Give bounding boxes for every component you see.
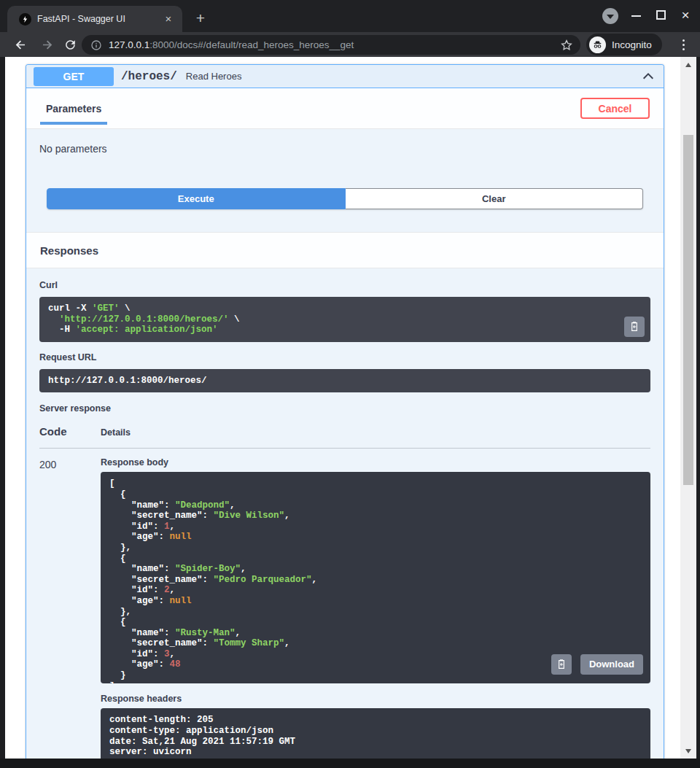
response-table-header: Code Details — [39, 425, 650, 438]
url-text: 127.0.0.1:8000/docs#/default/read_heroes… — [109, 39, 554, 50]
responses-body: Curl curl -X 'GET' \ 'http://127.0.0.1:8… — [26, 268, 664, 759]
scrollbar-thumb[interactable] — [683, 135, 693, 485]
execute-button[interactable]: Execute — [47, 188, 346, 209]
request-url-value: http://127.0.0.1:8000/heroes/ — [48, 376, 207, 386]
chevron-up-icon[interactable] — [640, 69, 656, 85]
fastapi-favicon-icon — [19, 13, 31, 26]
tab-close-icon[interactable]: × — [162, 12, 175, 26]
response-headers-block: content-length: 205 content-type: applic… — [101, 708, 650, 759]
bookmark-star-icon[interactable] — [560, 39, 573, 52]
back-icon[interactable] — [12, 36, 29, 53]
browser-tab[interactable]: FastAPI - Swagger UI × — [7, 6, 182, 32]
window-frame-left — [0, 57, 5, 759]
status-code: 200 — [39, 457, 101, 759]
incognito-icon — [589, 36, 606, 53]
browser-menu-icon[interactable] — [677, 36, 690, 53]
tab-title: FastAPI - Swagger UI — [37, 14, 158, 24]
window-frame-bottom — [0, 759, 700, 768]
responses-header: Responses — [26, 232, 664, 268]
browser-tab-bar: FastAPI - Swagger UI × + × — [0, 0, 700, 32]
url-path: :8000/docs#/default/read_heroes_heroes__… — [149, 39, 354, 50]
tab-search-icon[interactable] — [602, 8, 618, 24]
incognito-label: Incognito — [612, 39, 652, 50]
copy-response-icon[interactable] — [551, 654, 572, 675]
curl-label: Curl — [39, 280, 650, 290]
details-column-header: Details — [101, 425, 650, 438]
new-tab-button[interactable]: + — [191, 9, 210, 28]
server-response-label: Server response — [39, 403, 650, 414]
reload-icon[interactable] — [61, 36, 79, 53]
endpoint-path: /heroes/ — [121, 70, 177, 83]
endpoint-summary: Read Heroes — [186, 71, 640, 82]
request-url-block: http://127.0.0.1:8000/heroes/ — [39, 369, 650, 393]
window-close-icon[interactable]: × — [677, 7, 693, 24]
download-button[interactable]: Download — [580, 654, 643, 675]
scroll-up-icon[interactable] — [680, 58, 696, 71]
forward-icon[interactable] — [38, 36, 55, 53]
code-column-header: Code — [39, 425, 101, 438]
url-host: 127.0.0.1 — [109, 39, 149, 50]
site-info-icon[interactable] — [90, 39, 102, 51]
clear-button[interactable]: Clear — [346, 188, 644, 209]
scroll-down-icon[interactable] — [680, 745, 696, 757]
opblock-get-heroes: GET /heroes/ Read Heroes Parameters Canc… — [26, 64, 664, 759]
parameters-header: Parameters Cancel — [26, 88, 664, 129]
minimize-icon[interactable] — [631, 15, 641, 17]
response-body-label: Response body — [101, 457, 650, 468]
curl-command-block: curl -X 'GET' \ 'http://127.0.0.1:8000/h… — [39, 297, 650, 342]
maximize-icon[interactable] — [656, 10, 666, 20]
response-row-200: 200 Response body [ { "name": "Deadpond"… — [39, 457, 650, 759]
method-badge: GET — [34, 67, 114, 86]
responses-title: Responses — [40, 244, 98, 257]
window-frame-right — [696, 57, 700, 759]
execute-row: Execute Clear — [47, 188, 643, 209]
cancel-button[interactable]: Cancel — [580, 98, 650, 119]
response-body-block: [ { "name": "Deadpond", "secret_name": "… — [101, 472, 650, 683]
opblock-summary[interactable]: GET /heroes/ Read Heroes — [26, 65, 664, 88]
table-divider — [39, 448, 650, 449]
incognito-badge: Incognito — [586, 34, 662, 55]
request-url-label: Request URL — [39, 352, 650, 362]
copy-curl-icon[interactable] — [624, 317, 645, 337]
url-bar[interactable]: 127.0.0.1:8000/docs#/default/read_heroes… — [82, 35, 580, 55]
response-headers-label: Response headers — [101, 694, 650, 704]
no-parameters-text: No parameters — [26, 129, 664, 155]
tab-parameters[interactable]: Parameters — [40, 103, 107, 115]
